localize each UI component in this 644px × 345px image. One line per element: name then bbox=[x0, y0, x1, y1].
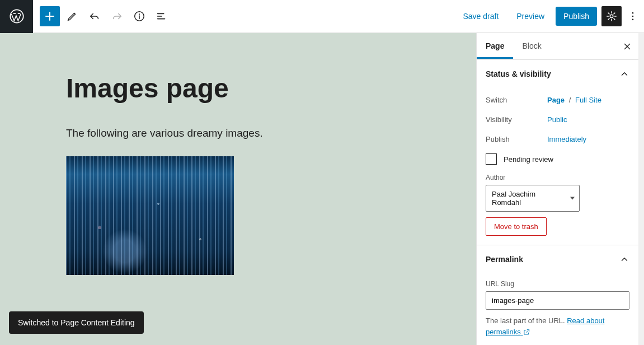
info-icon bbox=[133, 10, 145, 22]
redo-button[interactable] bbox=[107, 6, 127, 26]
save-draft-button[interactable]: Save draft bbox=[456, 7, 505, 25]
plus-icon bbox=[43, 10, 57, 23]
move-to-trash-button[interactable]: Move to trash bbox=[486, 217, 547, 236]
switch-fullsite-link[interactable]: Full Site bbox=[575, 96, 601, 104]
permalink-help-text: The last part of the URL. bbox=[486, 316, 567, 325]
pending-review-row: Pending review bbox=[486, 149, 629, 169]
toolbar-left bbox=[33, 6, 172, 26]
settings-sidebar: Page Block Status & visibility Switch Pa… bbox=[476, 33, 638, 345]
permalink-toggle[interactable]: Permalink bbox=[477, 245, 638, 273]
pencil-icon bbox=[66, 10, 78, 22]
tools-button[interactable] bbox=[62, 6, 82, 26]
undo-icon bbox=[88, 10, 101, 22]
close-icon bbox=[622, 41, 632, 52]
redo-icon bbox=[111, 10, 123, 22]
url-slug-input[interactable] bbox=[486, 291, 629, 310]
svg-point-5 bbox=[632, 16, 634, 17]
undo-button[interactable] bbox=[84, 6, 105, 26]
publish-label: Publish bbox=[486, 135, 547, 143]
pending-review-checkbox[interactable] bbox=[486, 153, 497, 165]
pending-review-label: Pending review bbox=[504, 155, 553, 164]
switch-row: Switch Page / Full Site bbox=[486, 90, 629, 110]
visibility-label: Visibility bbox=[486, 115, 547, 124]
add-block-button[interactable] bbox=[40, 6, 60, 26]
image-block[interactable] bbox=[66, 156, 234, 275]
chevron-up-icon bbox=[619, 69, 629, 79]
publish-value[interactable]: Immediately bbox=[547, 135, 586, 143]
svg-point-4 bbox=[632, 12, 634, 14]
close-sidebar-button[interactable] bbox=[616, 33, 638, 60]
tab-page[interactable]: Page bbox=[477, 34, 513, 59]
status-visibility-toggle[interactable]: Status & visibility bbox=[477, 60, 638, 88]
publish-row: Publish Immediately bbox=[486, 129, 629, 149]
wordpress-logo-button[interactable] bbox=[0, 0, 33, 33]
sidebar-scrollbar[interactable] bbox=[638, 33, 644, 345]
svg-point-2 bbox=[139, 13, 140, 15]
kebab-icon bbox=[627, 11, 638, 22]
toolbar-right: Save draft Preview Publish bbox=[456, 6, 644, 26]
switch-page-link[interactable]: Page bbox=[547, 96, 565, 104]
permalink-body: URL Slug The last part of the URL. Read … bbox=[477, 273, 638, 345]
sidebar-tabs: Page Block bbox=[477, 33, 638, 60]
svg-point-6 bbox=[632, 19, 634, 21]
top-toolbar: Save draft Preview Publish bbox=[0, 0, 644, 33]
permalink-help: The last part of the URL. Read about per… bbox=[486, 310, 629, 337]
more-options-button[interactable] bbox=[626, 6, 640, 26]
settings-button[interactable] bbox=[601, 6, 622, 26]
notification-toast: Switched to Page Content Editing bbox=[9, 311, 144, 334]
author-label: Author bbox=[486, 169, 629, 185]
svg-point-3 bbox=[610, 15, 613, 18]
paragraph-block[interactable]: The following are various dreamy images. bbox=[66, 127, 476, 139]
preview-button[interactable]: Preview bbox=[510, 7, 551, 25]
author-value: Paal Joachim Romdahl bbox=[492, 190, 563, 207]
outline-button[interactable] bbox=[152, 6, 172, 26]
status-visibility-panel: Status & visibility Switch Page / Full S… bbox=[477, 60, 638, 245]
workspace: Images page The following are various dr… bbox=[0, 33, 644, 345]
external-link-icon bbox=[523, 328, 530, 336]
status-visibility-body: Switch Page / Full Site Visibility Publi… bbox=[477, 88, 638, 245]
list-icon bbox=[156, 10, 168, 22]
page-title[interactable]: Images page bbox=[66, 72, 476, 105]
wordpress-icon bbox=[9, 8, 25, 24]
url-slug-label: URL Slug bbox=[486, 276, 629, 291]
visibility-row: Visibility Public bbox=[486, 110, 629, 129]
permalink-panel: Permalink URL Slug The last part of the … bbox=[477, 245, 638, 345]
publish-button[interactable]: Publish bbox=[556, 7, 597, 26]
editor-canvas[interactable]: Images page The following are various dr… bbox=[0, 33, 476, 345]
tab-block[interactable]: Block bbox=[513, 34, 550, 59]
visibility-value[interactable]: Public bbox=[547, 115, 567, 124]
switch-label: Switch bbox=[486, 96, 547, 104]
switch-separator: / bbox=[567, 96, 574, 104]
gear-icon bbox=[605, 10, 618, 22]
panel-title: Permalink bbox=[486, 255, 523, 264]
panel-title: Status & visibility bbox=[486, 69, 551, 78]
author-select[interactable]: Paal Joachim Romdahl bbox=[486, 185, 580, 212]
chevron-up-icon bbox=[619, 254, 629, 264]
details-button[interactable] bbox=[129, 6, 149, 26]
